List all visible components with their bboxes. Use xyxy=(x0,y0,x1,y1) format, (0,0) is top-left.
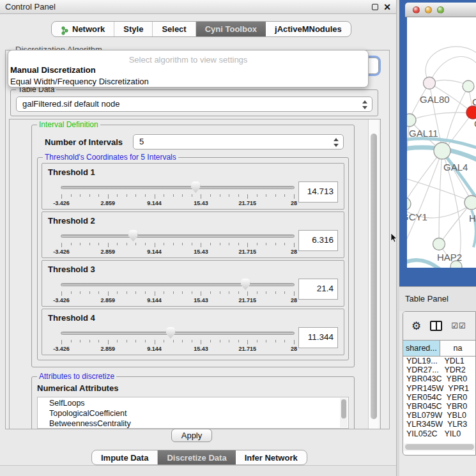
threshold-value-field[interactable]: 14.713 xyxy=(298,181,338,203)
table-row[interactable]: YPR145W YPR1 xyxy=(403,384,475,393)
minimize-traffic-light[interactable] xyxy=(425,6,432,13)
attributes-group: Attributes to discretize Numerical Attri… xyxy=(31,376,355,429)
network-node xyxy=(463,81,474,92)
slider-track[interactable] xyxy=(61,332,295,335)
settings-scroll-area: Interval Definition Number of Intervals … xyxy=(9,119,381,429)
network-edge xyxy=(410,112,470,120)
slider-scale-labels: -3.426 2.859 9.144 15.43 21.715 28 xyxy=(61,297,294,304)
close-traffic-light[interactable] xyxy=(413,6,420,13)
apply-button[interactable]: Apply xyxy=(171,429,212,442)
tab[interactable]: Cyni Toolbox xyxy=(196,22,266,36)
tab-label: jActiveMNodules xyxy=(275,22,342,36)
slider-handle-icon[interactable] xyxy=(241,279,250,290)
threshold-value-field[interactable]: 6.316 xyxy=(298,230,338,251)
threshold-slider[interactable]: -3.426 2.859 9.144 15.43 21.715 28 xyxy=(61,229,295,257)
dropdown-option[interactable]: Manual Discretization xyxy=(8,65,368,76)
network-canvas[interactable]: GAL80GACGAL11GAL4GCY1HHAP2 xyxy=(407,17,476,268)
tab-label: Cyni Toolbox xyxy=(205,22,257,36)
network-view-window: GAL80GACGAL11GAL4GCY1HHAP2 xyxy=(399,0,476,286)
table-row[interactable]: YLR345W YLR3 xyxy=(403,420,475,429)
bottom-tab-label: Infer Network xyxy=(245,450,298,465)
table-row[interactable]: YER054C YER0 xyxy=(403,393,475,402)
network-node xyxy=(424,77,436,89)
tab-label: Select xyxy=(162,22,186,36)
bottom-tabbar: Impute Data Discretize Data Infer Networ… xyxy=(91,450,307,465)
table-panel-title: Table Panel xyxy=(405,294,449,303)
float-window-icon[interactable] xyxy=(372,4,378,10)
thresholds-group: Threshold's Coordinates for 5 Intervals … xyxy=(37,157,349,360)
thresholds-group-title: Threshold's Coordinates for 5 Intervals xyxy=(43,153,178,162)
network-window-titlebar[interactable] xyxy=(405,3,476,17)
bottom-tab-label: Impute Data xyxy=(101,450,148,465)
numerical-attributes-label: Numerical Attributes xyxy=(37,383,349,393)
bottom-tab[interactable]: Infer Network xyxy=(236,450,307,464)
attribute-list-item[interactable]: TopologicalCoefficient xyxy=(49,408,348,418)
slider-handle-icon[interactable] xyxy=(128,230,138,242)
attribute-list-item[interactable]: BetweennessCentrality xyxy=(49,418,348,429)
table-row[interactable]: YDL19... YDL1 xyxy=(403,357,475,365)
threshold-value-field[interactable]: 21.4 xyxy=(298,279,338,300)
table-row[interactable]: YBL079W YBL0 xyxy=(403,411,475,420)
columns-icon[interactable] xyxy=(430,321,442,331)
control-panel-titlebar: Control Panel ✕ xyxy=(0,0,396,14)
dropdown-placeholder: Select algorithm to view settings xyxy=(8,55,368,65)
table-row[interactable]: YBR043C YBR0 xyxy=(403,374,475,383)
attributes-group-title: Attributes to discretize xyxy=(37,372,116,381)
tab[interactable]: Style xyxy=(114,22,153,36)
network-icon xyxy=(61,25,69,34)
table-data-group: Table Data galFiltered.sif default node xyxy=(10,89,378,116)
attributes-list[interactable]: SelfLoops TopologicalCoefficient Between… xyxy=(37,397,349,429)
threshold-label: Threshold 2 xyxy=(48,216,338,226)
network-node xyxy=(433,238,445,250)
column-header-name[interactable]: na xyxy=(440,341,475,356)
select-columns-icon[interactable]: ☑☑ xyxy=(451,321,466,330)
close-icon[interactable]: ✕ xyxy=(383,4,391,10)
network-node xyxy=(434,142,450,159)
combo-stepper-icon xyxy=(333,137,339,148)
table-data-combobox[interactable]: galFiltered.sif default node xyxy=(16,96,372,112)
tab[interactable]: jActiveMNodules xyxy=(266,22,351,36)
combo-stepper-icon xyxy=(362,100,367,110)
num-intervals-combobox[interactable]: 5 xyxy=(133,134,344,150)
table-horizontal-scrollbar[interactable] xyxy=(404,443,475,451)
threshold-slider[interactable]: -3.426 2.859 9.144 15.43 21.715 28 xyxy=(61,180,295,208)
table-panel-titlebar: Table Panel xyxy=(399,286,476,311)
slider-track[interactable] xyxy=(61,186,295,189)
dropdown-option[interactable]: Equal Width/Frequency Discretization xyxy=(8,76,368,88)
slider-track[interactable] xyxy=(61,283,295,286)
tab[interactable]: Select xyxy=(153,22,196,36)
bottom-tab[interactable]: Impute Data xyxy=(92,450,158,464)
threshold-label: Threshold 4 xyxy=(48,313,338,323)
slider-handle-icon[interactable] xyxy=(166,327,176,339)
slider-handle-icon[interactable] xyxy=(191,181,201,193)
threshold-slider[interactable]: -3.426 2.859 9.144 15.43 21.715 28 xyxy=(61,326,295,354)
network-node-label: GCY1 xyxy=(407,211,427,222)
table-row[interactable]: YIL052C YIL0 xyxy=(403,429,475,438)
table-header-row: shared... na xyxy=(403,340,475,357)
slider-track[interactable] xyxy=(61,234,295,238)
table-row[interactable]: YBR045C YBR0 xyxy=(403,402,475,411)
column-header-shared-name[interactable]: shared... xyxy=(403,341,440,356)
network-edge xyxy=(429,57,476,83)
network-node xyxy=(407,114,416,127)
network-node xyxy=(464,196,476,210)
threshold-value-field[interactable]: 11.344 xyxy=(298,327,338,348)
zoom-traffic-light[interactable] xyxy=(437,6,444,13)
network-node-label: GA xyxy=(472,96,476,107)
bottom-tab-label: Discretize Data xyxy=(167,450,226,465)
slider-ticks xyxy=(61,291,294,296)
gear-icon[interactable]: ⚙ xyxy=(411,321,421,332)
tab-label: Network xyxy=(72,22,105,36)
network-node xyxy=(466,106,476,119)
table-row[interactable]: YDR27... YDR2 xyxy=(403,365,475,374)
network-node xyxy=(407,197,411,210)
threshold-panel: Threshold 3 -3.426 2.859 xyxy=(42,260,344,307)
settings-vertical-scrollbar[interactable] xyxy=(368,119,379,429)
threshold-slider[interactable]: -3.426 2.859 9.144 15.43 21.715 28 xyxy=(61,277,295,305)
attributes-list-scrollbar[interactable] xyxy=(340,398,348,427)
bottom-tab[interactable]: Discretize Data xyxy=(158,450,235,464)
slider-ticks xyxy=(61,194,294,199)
attribute-list-item[interactable]: SelfLoops xyxy=(49,398,348,408)
tab[interactable]: Network xyxy=(52,22,114,36)
slider-scale-labels: -3.426 2.859 9.144 15.43 21.715 28 xyxy=(61,200,294,207)
